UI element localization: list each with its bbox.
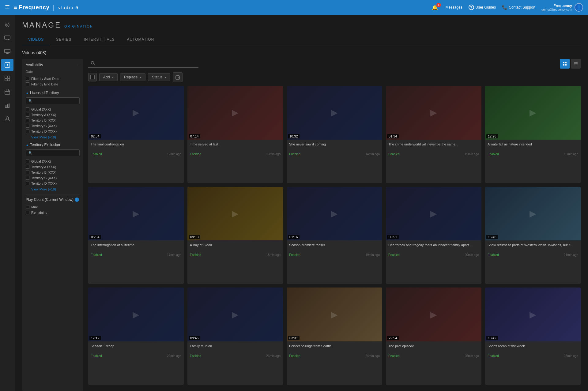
licensed-global-checkbox[interactable] (26, 107, 29, 111)
video-thumbnail: ▶ 22:54 (386, 288, 481, 341)
video-card[interactable]: ▶ 02:54 The final confrontation Enabled … (88, 86, 184, 183)
add-dropdown[interactable]: Add ▾ (99, 73, 118, 81)
play-count-info-icon[interactable]: i (75, 197, 79, 202)
video-duration: 12:26 (486, 134, 498, 138)
exclusion-territory-b-checkbox[interactable] (26, 171, 29, 174)
grid-view-button[interactable] (560, 59, 570, 69)
play-count-max-checkbox[interactable] (26, 205, 29, 209)
filter-end-date-checkbox[interactable] (26, 82, 29, 86)
video-card[interactable]: ▶ 12:26 A waterfall as nature intended E… (485, 86, 581, 183)
view-toggle (560, 59, 581, 69)
play-count-max-row[interactable]: Max (26, 204, 80, 210)
play-count-remaining-row[interactable]: Remaining (26, 210, 80, 215)
brand-logo: ≡ Frequency | studio 5 (13, 3, 79, 11)
sidebar-item-monitor[interactable] (1, 32, 13, 44)
video-card[interactable]: ▶ 09:13 A Bay of Blood Enabled 18min ago (187, 187, 283, 284)
bulk-select-check (90, 75, 95, 79)
exclusion-territory-c-checkbox[interactable] (26, 176, 29, 180)
video-card[interactable]: ▶ 07:14 Time served at last Enabled 13mi… (187, 86, 283, 183)
replace-dropdown[interactable]: Replace ▾ (120, 73, 145, 81)
licensed-territory-d-checkbox[interactable] (26, 130, 29, 133)
tabs-bar: VIDEOS SERIES INTERSTITIALS AUTOMATION (22, 34, 581, 45)
territory-exclusion-search[interactable]: 🔍 (26, 149, 80, 156)
video-card[interactable]: ▶ 09:45 Family reunion Enabled 23min ago (187, 288, 283, 385)
video-card[interactable]: ▶ 01:34 The crime underworld will never … (386, 86, 481, 183)
licensed-territory-b-checkbox[interactable] (26, 118, 29, 122)
video-status: Enabled (289, 152, 300, 156)
bulk-select-checkbox[interactable] (88, 73, 97, 81)
delete-button[interactable] (173, 72, 183, 82)
filter-start-date-row[interactable]: Filter by Start Date (26, 76, 80, 81)
video-duration: 05:54 (89, 235, 101, 239)
video-info: The interrogation of a lifetime Enabled … (88, 240, 184, 259)
search-main-icon (91, 61, 95, 66)
video-meta: Enabled 19min ago (289, 253, 380, 257)
video-card[interactable]: ▶ 22:54 The pilot episode Enabled 25min … (386, 288, 481, 385)
licensed-global-row[interactable]: Global (XXX) (26, 107, 80, 112)
video-info: Season 1 recap Enabled 22min ago (88, 341, 184, 360)
licensed-territory-header[interactable]: ▲ Licensed Territory (26, 91, 80, 95)
territory-exclusion-header[interactable]: ▲ Territory Exclusion (26, 143, 80, 147)
sidebar-item-dashboard[interactable]: ◎ (1, 18, 13, 31)
licensed-territory-a-checkbox[interactable] (26, 113, 29, 117)
licensed-territory-c-checkbox[interactable] (26, 124, 29, 128)
tab-automation[interactable]: AUTOMATION (121, 34, 160, 45)
licensed-territory-b-row[interactable]: Territory B (XXX) (26, 118, 80, 123)
video-meta: Enabled 25min ago (388, 354, 479, 358)
exclusion-territory-c-row[interactable]: Territory C (XXX) (26, 175, 80, 181)
licensed-territory-title: Licensed Territory (30, 91, 59, 95)
tab-videos[interactable]: VIDEOS (22, 34, 50, 45)
territory-exclusion-arrow: ▲ (26, 143, 29, 147)
hamburger-menu[interactable]: ☰ (5, 4, 10, 11)
video-card[interactable]: ▶ 03:31 Perfect pairings from Seattle En… (287, 288, 382, 385)
exclusion-territory-b-row[interactable]: Territory B (XXX) (26, 170, 80, 175)
list-view-button[interactable] (571, 59, 581, 69)
sidebar-item-person[interactable] (1, 113, 13, 125)
exclusion-global-checkbox[interactable] (26, 160, 29, 163)
user-profile[interactable]: Frequency demo@frequency.com 👤 (541, 3, 583, 12)
view-more-licensed[interactable]: View More (+10) (31, 135, 80, 139)
svg-point-21 (91, 62, 94, 64)
exclusion-territory-d-checkbox[interactable] (26, 182, 29, 185)
view-more-exclusion[interactable]: View More (+10) (31, 187, 80, 191)
sidebar-item-chart[interactable] (1, 99, 13, 111)
user-guides-button[interactable]: ? User Guides (469, 5, 496, 10)
sidebar-item-monitor2[interactable] (1, 45, 13, 58)
video-card[interactable]: ▶ 10:32 She never saw it coming Enabled … (287, 86, 382, 183)
play-count-remaining-checkbox[interactable] (26, 211, 29, 214)
filter-start-date-checkbox[interactable] (26, 77, 29, 81)
video-card[interactable]: ▶ 13:42 Sports recap of the week Enabled… (485, 288, 581, 385)
video-card[interactable]: ▶ 17:12 Season 1 recap Enabled 22min ago (88, 288, 184, 385)
licensed-territory-search[interactable]: 🔍 (26, 97, 80, 104)
video-info: A waterfall as nature intended Enabled 1… (485, 140, 581, 158)
search-input[interactable] (97, 61, 196, 66)
status-dropdown[interactable]: Status ▾ (148, 73, 170, 81)
tab-series[interactable]: SERIES (50, 34, 77, 45)
licensed-territory-a-row[interactable]: Territory A (XXX) (26, 112, 80, 118)
video-card[interactable]: ▶ 05:54 The interrogation of a lifetime … (88, 187, 184, 284)
svg-point-20 (6, 117, 9, 119)
exclusion-territory-d-label: Territory D (XXX) (31, 182, 57, 185)
contact-support-button[interactable]: 📞 Contact Support (502, 5, 535, 10)
exclusion-territory-a-row[interactable]: Territory A (XXX) (26, 164, 80, 170)
notifications-button[interactable]: 🔔 1 Messages (432, 5, 462, 10)
video-card[interactable]: ▶ 06:51 Heartbreak and tragedy tears an … (386, 187, 481, 284)
filter-divider (26, 194, 80, 194)
licensed-territory-d-row[interactable]: Territory D (XXX) (26, 129, 80, 134)
availability-collapse-icon[interactable]: − (77, 62, 80, 67)
filter-end-date-row[interactable]: Filter by End Date (26, 81, 80, 87)
territory-exclusion-search-input[interactable] (33, 151, 77, 155)
licensed-territory-c-row[interactable]: Territory C (XXX) (26, 123, 80, 129)
exclusion-global-row[interactable]: Global (XXX) (26, 159, 80, 164)
video-card[interactable]: ▶ 16:48 Snow returns to parts of Western… (485, 187, 581, 284)
sidebar-item-grid[interactable] (1, 72, 13, 85)
tab-interstitials[interactable]: INTERSTITIALS (77, 34, 121, 45)
licensed-territory-search-input[interactable] (33, 99, 77, 103)
exclusion-territory-d-row[interactable]: Territory D (XXX) (26, 181, 80, 186)
sidebar-item-schedule[interactable] (1, 86, 13, 98)
exclusion-territory-a-checkbox[interactable] (26, 165, 29, 169)
sidebar-item-play[interactable] (1, 59, 13, 71)
video-card[interactable]: ▶ 01:16 Season premiere teaser Enabled 1… (287, 187, 382, 284)
question-icon: ? (469, 5, 474, 10)
video-toolbar (88, 59, 581, 69)
